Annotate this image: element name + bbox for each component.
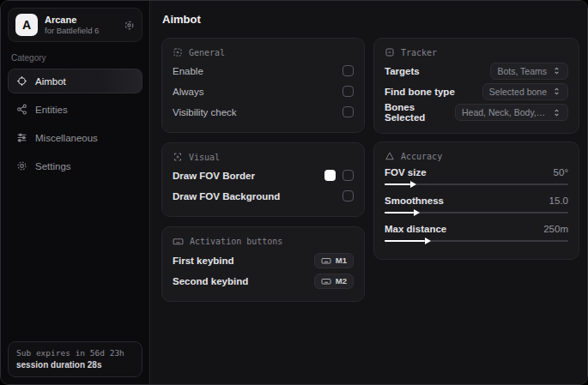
slider-fill <box>385 183 410 185</box>
sidebar-item-entities[interactable]: Entities <box>8 97 142 122</box>
sidebar-item-aimbot[interactable]: Aimbot <box>8 69 142 93</box>
focus-plus-icon <box>173 152 183 162</box>
sidebar-item-miscellaneous[interactable]: Miscellaneous <box>8 125 142 150</box>
app-name: Arcane <box>45 15 117 26</box>
second-keybind-button[interactable]: M2 <box>314 274 354 289</box>
always-checkbox[interactable] <box>342 86 354 97</box>
setting-row-targets: Targets Bots, Teams <box>385 61 568 81</box>
general-card: General Enable Always Visibility check <box>161 38 365 133</box>
session-duration-text: session duration 28s <box>16 360 134 370</box>
fov-border-color-swatch[interactable] <box>324 170 336 181</box>
sidebar-nav: Aimbot Entities <box>8 69 142 178</box>
setting-label: Bones Selected <box>385 102 455 123</box>
setting-row-draw-fov-background: Draw FOV Background <box>173 186 354 206</box>
target-icon[interactable] <box>124 20 135 31</box>
setting-label: Visibility check <box>173 107 237 117</box>
setting-label: Second keybind <box>173 276 248 286</box>
slider-label: Max distance <box>385 224 446 234</box>
slider-row: Smoothness 15.0 <box>385 196 568 206</box>
sidebar-item-label: Aimbot <box>35 76 66 87</box>
sliders-icon <box>16 132 27 143</box>
sidebar-item-label: Entities <box>35 105 68 115</box>
fov-border-controls <box>324 170 354 181</box>
setting-row-always: Always <box>173 81 354 101</box>
setting-row-find-bone-type: Find bone type Selected bone <box>385 81 568 101</box>
slider-value: 15.0 <box>549 196 568 206</box>
page-title: Aimbot <box>162 13 576 26</box>
setting-label: First keybind <box>173 256 234 266</box>
square-minus-icon <box>385 47 395 57</box>
main-content: Aimbot General <box>150 1 587 384</box>
select-value: Head, Neck, Body, Pe.. <box>462 107 547 117</box>
setting-label: Enable <box>173 66 203 76</box>
slider-label: Smoothness <box>385 196 444 206</box>
enable-checkbox[interactable] <box>342 65 354 76</box>
bones-selected-select[interactable]: Head, Neck, Body, Pe.. <box>455 104 568 121</box>
general-card-header: General <box>173 47 354 57</box>
subscription-box: Sub expires in 56d 23h session duration … <box>8 341 142 377</box>
smoothness-slider[interactable] <box>385 208 568 218</box>
app-logo: A <box>15 14 38 36</box>
visibility-check-checkbox[interactable] <box>342 106 354 117</box>
select-value: Selected bone <box>489 87 547 97</box>
smoothness-group: Smoothness 15.0 <box>385 196 568 218</box>
card-title: Tracker <box>401 48 437 57</box>
crosshair-icon <box>16 75 27 87</box>
unfold-icon <box>552 66 561 75</box>
keybind-value: M2 <box>336 276 347 286</box>
setting-row-bones-selected: Bones Selected Head, Neck, Body, Pe.. <box>385 102 568 123</box>
slider-fill <box>385 240 425 242</box>
slider-value: 50° <box>554 167 568 177</box>
left-column: General Enable Always Visibility check <box>161 38 365 302</box>
category-label: Category <box>11 53 139 63</box>
accuracy-card: Accuracy FOV size 50° <box>373 141 579 260</box>
find-bone-type-select[interactable]: Selected bone <box>482 83 568 100</box>
sidebar-item-label: Settings <box>35 161 71 171</box>
first-keybind-button[interactable]: M1 <box>314 253 354 268</box>
card-title: Accuracy <box>401 152 442 161</box>
sidebar-item-label: Miscellaneous <box>35 133 98 143</box>
card-title: General <box>189 48 225 57</box>
setting-label: Targets <box>385 66 420 76</box>
targets-select[interactable]: Bots, Teams <box>490 63 568 80</box>
app-window: A Arcane for Battlefield 6 Category <box>0 0 588 385</box>
slider-thumb[interactable] <box>410 181 416 188</box>
select-value: Bots, Teams <box>497 66 547 76</box>
triangle-icon <box>385 151 395 161</box>
unfold-icon <box>552 87 561 96</box>
visual-card-header: Visual <box>173 152 354 162</box>
slider-row: FOV size 50° <box>385 167 568 177</box>
sub-expires-text: Sub expires in 56d 23h <box>16 348 134 358</box>
setting-row-visibility-check: Visibility check <box>173 102 354 122</box>
brand-card: A Arcane for Battlefield 6 <box>8 8 142 42</box>
draw-fov-border-checkbox[interactable] <box>342 170 354 181</box>
slider-label: FOV size <box>385 167 427 177</box>
slider-thumb[interactable] <box>414 209 420 216</box>
fov-size-slider[interactable] <box>385 179 568 189</box>
activation-card-header: Activation buttons <box>173 236 354 247</box>
slider-fill <box>385 212 414 214</box>
max-distance-group: Max distance 250m <box>385 224 568 246</box>
setting-label: Always <box>173 87 203 97</box>
content-columns: General Enable Always Visibility check <box>161 38 576 302</box>
setting-row-second-keybind: Second keybind M2 <box>173 271 354 291</box>
unfold-icon <box>552 108 561 117</box>
app-subtitle: for Battlefield 6 <box>45 26 117 35</box>
gear-icon <box>16 160 27 171</box>
sidebar: A Arcane for Battlefield 6 Category <box>1 1 150 384</box>
card-title: Activation buttons <box>190 237 282 246</box>
slider-thumb[interactable] <box>425 238 431 244</box>
entities-icon <box>16 104 27 115</box>
tracker-card-header: Tracker <box>385 47 568 57</box>
fov-size-group: FOV size 50° <box>385 167 568 189</box>
tracker-card: Tracker Targets Bots, Teams <box>373 38 579 134</box>
sidebar-item-settings[interactable]: Settings <box>8 153 142 178</box>
keyboard-icon <box>321 256 331 266</box>
keyboard-icon <box>321 276 331 286</box>
visual-card: Visual Draw FOV Border Draw FOV Backgrou… <box>161 142 365 217</box>
setting-label: Draw FOV Background <box>173 191 280 202</box>
max-distance-slider[interactable] <box>385 236 568 246</box>
draw-fov-background-checkbox[interactable] <box>342 190 354 202</box>
setting-row-draw-fov-border: Draw FOV Border <box>173 165 354 185</box>
keyboard-icon <box>173 236 184 247</box>
